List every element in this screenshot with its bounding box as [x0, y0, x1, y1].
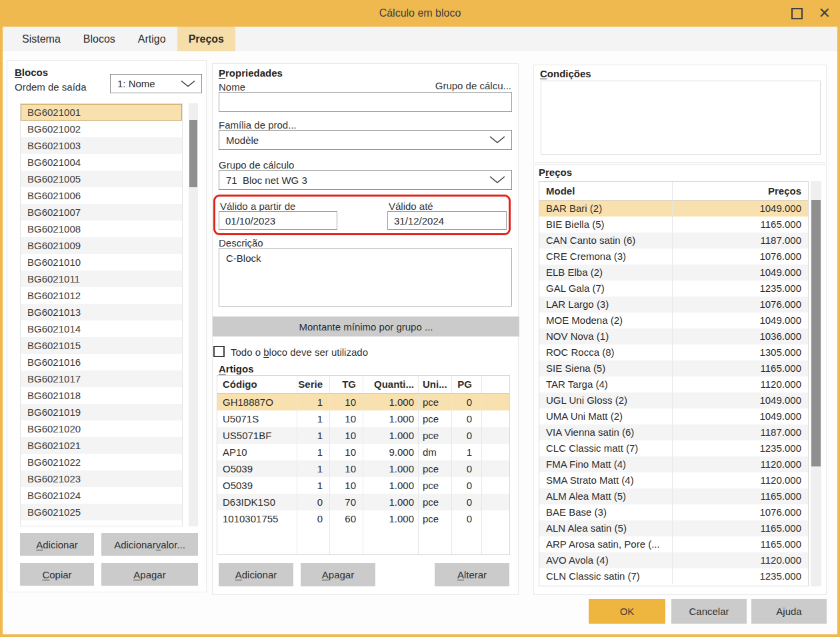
list-item[interactable]: BG6021021 [21, 437, 182, 454]
familia-value: Modèle [226, 135, 259, 146]
list-item[interactable]: BG6021018 [21, 387, 182, 404]
descricao-textarea[interactable]: C-Block [219, 248, 512, 307]
table-row[interactable]: CRE Cremona (3)1076.000 [539, 249, 808, 265]
table-row[interactable]: VIA Vienna satin (6)1187.000 [539, 424, 808, 440]
valido-a-partir-de-input[interactable] [219, 211, 337, 230]
list-item[interactable]: BG6021006 [21, 187, 182, 204]
table-cell: pce [419, 394, 452, 410]
list-item[interactable]: BG6021013 [21, 304, 182, 320]
table-row[interactable]: US5071BF1101.000pce0 [217, 427, 509, 444]
table-row[interactable]: GH18887O1101.000pce0 [217, 394, 509, 410]
list-item[interactable]: BG6021017 [21, 370, 182, 387]
close-icon[interactable]: ✕ [819, 6, 831, 21]
list-item[interactable]: BG6021016 [21, 354, 182, 370]
table-cell: 1 [297, 477, 330, 494]
table-row[interactable]: O50391101.000pce0 [217, 460, 509, 477]
list-item[interactable]: BG6021015 [21, 337, 182, 354]
table-row[interactable]: BAR Bari (2)1049.000 [539, 201, 808, 217]
table-row[interactable]: D63IDK1S00701.000pce0 [217, 494, 509, 510]
list-item[interactable]: BG6021008 [21, 221, 182, 237]
ajuda-button[interactable]: Ajuda [751, 599, 827, 624]
tab-blocos[interactable]: Blocos [72, 27, 127, 51]
blocos-copiar-button[interactable]: Copiar [20, 563, 94, 586]
table-row[interactable]: FMA Fino Matt (4)1120.000 [539, 456, 808, 472]
table-row[interactable]: GAL Gala (7)1235.000 [539, 281, 808, 297]
artigos-adicionar-button[interactable]: Adicionar [219, 563, 293, 586]
familia-select[interactable]: Modèle [219, 130, 512, 150]
table-cell: 1.000 [363, 410, 419, 427]
precos-scrollbar-thumb[interactable] [811, 200, 821, 466]
table-row[interactable]: MOE Modena (2)1049.000 [539, 313, 808, 328]
list-item[interactable]: BG6021004 [21, 154, 182, 171]
blocos-scrollbar[interactable] [189, 103, 198, 526]
precos-scrollbar[interactable] [811, 181, 821, 586]
maximize-icon[interactable] [791, 8, 803, 19]
list-item[interactable]: BG6021020 [21, 420, 182, 437]
tab-artigo[interactable]: Artigo [127, 27, 177, 51]
list-item[interactable]: BG6021014 [21, 320, 182, 337]
table-row[interactable]: CLN Classic satin (7)1235.000 [539, 568, 808, 584]
ok-button[interactable]: OK [589, 599, 665, 624]
window-border-left [0, 0, 3, 637]
table-row[interactable]: 10103017550601.000pce0 [217, 510, 509, 527]
table-row[interactable]: UMA Uni Matt (2)1049.000 [539, 408, 808, 424]
list-item[interactable]: BG6021001 [21, 104, 182, 121]
table-row[interactable]: O50391101.000pce0 [217, 477, 509, 494]
tab-pre-os[interactable]: Preços [177, 27, 235, 51]
list-item[interactable]: BG6021025 [21, 504, 182, 520]
list-item[interactable]: BG6021024 [21, 487, 182, 504]
todo-bloco-checkbox[interactable] [213, 346, 225, 357]
table-row[interactable]: BAE Base (3)1076.000 [539, 504, 808, 520]
table-row[interactable]: SIE Siena (5)1165.000 [539, 360, 808, 376]
table-cell [482, 427, 509, 444]
list-item[interactable]: BG6021022 [21, 454, 182, 470]
tab-sistema[interactable]: Sistema [11, 27, 72, 51]
table-row[interactable]: TAR Targa (4)1120.000 [539, 376, 808, 392]
table-cell [482, 477, 509, 494]
table-cell: 1.000 [363, 510, 419, 527]
table-row[interactable]: AVO Avola (4)1120.000 [539, 552, 808, 568]
table-row[interactable]: CAN Canto satin (6)1187.000 [539, 233, 808, 249]
table-row[interactable]: ROC Rocca (8)1305.000 [539, 344, 808, 360]
list-item[interactable]: BG6021007 [21, 204, 182, 221]
table-row[interactable]: U5071S1101.000pce0 [217, 410, 509, 427]
table-cell: AP10 [217, 444, 297, 460]
table-row[interactable]: CLC Classic matt (7)1235.000 [539, 440, 808, 456]
table-row[interactable]: ALM Alea Matt (5)1165.000 [539, 488, 808, 504]
blocos-adicionar-valor-button[interactable]: Adicionar valor... [101, 533, 198, 556]
table-row[interactable]: NOV Nova (1)1036.000 [539, 328, 808, 344]
table-row[interactable]: SMA Strato Matt (4)1120.000 [539, 472, 808, 488]
list-item[interactable]: BG6021011 [21, 271, 182, 287]
blocos-adicionar-button[interactable]: Adicionar [20, 533, 94, 556]
blocos-scrollbar-thumb[interactable] [189, 120, 197, 187]
table-row[interactable]: ALN Alea satin (5)1165.000 [539, 520, 808, 536]
table-cell: 0 [297, 510, 330, 527]
list-item[interactable]: BG6021002 [21, 121, 182, 137]
list-item[interactable]: BG6021023 [21, 470, 182, 487]
table-row[interactable]: ELB Elba (2)1049.000 [539, 265, 808, 281]
list-item[interactable]: BG6021009 [21, 237, 182, 254]
table-cell: 1120.000 [673, 552, 808, 568]
list-item[interactable]: BG6021005 [21, 171, 182, 187]
ordem-de-saida-select[interactable]: 1: Nome [110, 74, 202, 93]
table-row[interactable]: BIE Biella (5)1165.000 [539, 217, 808, 233]
grupo-calculo-select[interactable]: 71 Bloc net WG 3 [219, 170, 512, 190]
list-item[interactable]: BG6021026 [21, 520, 182, 526]
nome-input[interactable] [219, 92, 512, 112]
table-cell: 1235.000 [673, 281, 808, 297]
artigos-apagar-button[interactable]: Apagar [301, 563, 375, 586]
cancelar-button[interactable]: Cancelar [671, 599, 747, 624]
table-row[interactable]: AP101109.000dm1 [217, 444, 509, 460]
list-item[interactable]: BG6021010 [21, 254, 182, 271]
valido-ate-input[interactable] [387, 211, 507, 230]
table-row[interactable]: ARP Arosa satin, Pore (...1165.000 [539, 536, 808, 552]
list-item[interactable]: BG6021003 [21, 137, 182, 154]
artigos-alterar-button[interactable]: Alterar [435, 563, 509, 586]
list-item[interactable]: BG6021019 [21, 404, 182, 420]
list-item[interactable]: BG6021012 [21, 287, 182, 304]
montante-minimo-button[interactable]: Montante mínimo por grupo ... [213, 317, 519, 336]
blocos-apagar-button[interactable]: Apagar [101, 563, 198, 586]
table-row[interactable]: LAR Largo (3)1076.000 [539, 297, 808, 313]
condicoes-list[interactable] [541, 81, 821, 155]
table-row[interactable]: UGL Uni Gloss (2)1049.000 [539, 392, 808, 408]
